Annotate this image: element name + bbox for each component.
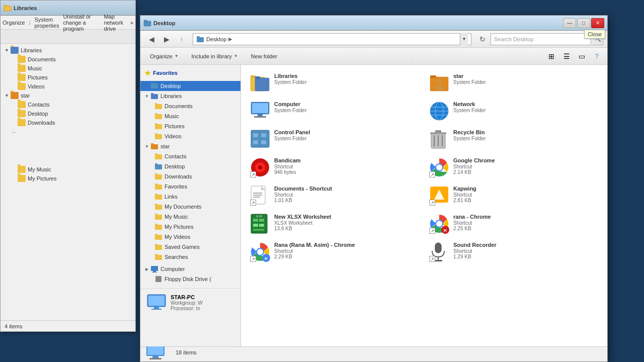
up-button[interactable]: ↑ [175,33,189,46]
nav-contacts[interactable]: Contacts [140,151,240,161]
file-item-star[interactable]: star System Folder [425,70,602,96]
svg-rect-29 [155,194,157,195]
behind-more-btn[interactable]: » [130,20,133,26]
file-item-control-panel[interactable]: Control Panel System Folder [246,126,423,152]
behind-organize-btn[interactable]: Organize [3,20,25,26]
libraries-info: Libraries System Folder [274,73,419,85]
behind-toolbar: Organize | System properties Uninstall o… [1,16,135,30]
view-details-button[interactable]: ☰ [560,50,573,62]
nav-videos[interactable]: Videos [140,131,240,141]
file-item-bandicam[interactable]: ↗ Bandicam Shortcut 946 bytes [246,154,423,180]
include-library-button[interactable]: Include in library ▼ [186,50,244,63]
view-options-button[interactable]: ⊞ [545,50,558,62]
svg-rect-23 [155,163,157,165]
chrome-name: Google Chrome [453,157,598,163]
new-folder-button[interactable]: New folder [246,50,283,63]
behind-tree-videos[interactable]: Videos [1,82,135,91]
nav-pictures[interactable]: Pictures [140,121,240,131]
svg-rect-12 [155,114,162,119]
minimize-button[interactable]: — [563,18,576,28]
rana-chrome-shortcut-arrow: ↗ [429,228,435,234]
close-button[interactable]: ✕ [591,18,604,28]
address-path: Desktop [206,36,226,42]
nav-libraries[interactable]: ▼ Libraries [140,91,240,101]
nav-desktop2[interactable]: Desktop [140,161,240,171]
nav-favorites2[interactable]: Favorites [140,182,240,192]
behind-system-properties-btn[interactable]: System properties [35,17,59,29]
nav-documents[interactable]: Documents [140,101,240,111]
recycle-bin-name: Recycle Bin [453,129,598,135]
file-item-sound-recorder[interactable]: ↗ Sound Recorder Shortcut 1.29 KB [425,239,602,265]
behind-tree-star[interactable]: ▼ star [1,91,135,100]
behind-tree-downloads[interactable]: Downloads [1,118,135,127]
rana-asim-type: Shortcut [274,248,419,254]
svg-rect-27 [155,184,157,185]
behind-tree-libraries[interactable]: ▼ Libraries [1,46,135,55]
behind-tree-desktop2[interactable]: Desktop [1,109,135,118]
behind-uninstall-btn[interactable]: Uninstall or change a program [63,14,100,32]
nav-searches[interactable]: Searches [140,252,240,262]
file-item-recycle-bin[interactable]: Recycle Bin System Folder [425,126,602,152]
nav-desktop[interactable]: Desktop [140,81,240,91]
nav-floppy[interactable]: Floppy Disk Drive ( [140,274,240,284]
maximize-button[interactable]: □ [577,18,590,28]
nav-my-pictures[interactable]: My Pictures [140,222,240,232]
file-item-documents-shortcut[interactable]: ↗ Documents - Shortcut Shortcut 1.01 KB [246,183,423,209]
nav-my-music[interactable]: My Music [140,212,240,222]
pane-toggle-button[interactable]: ▭ [575,50,588,62]
nav-star[interactable]: ▼ star [140,141,240,151]
star-expand-icon: ▼ [144,144,149,149]
svg-rect-30 [155,205,162,210]
nav-downloads[interactable]: Downloads [140,171,240,182]
svg-point-80 [258,165,262,169]
nav-links[interactable]: Links [140,192,240,202]
file-item-libraries[interactable]: Libraries System Folder [246,70,423,96]
nav-desktop2-label: Desktop [165,163,185,169]
doc-shortcut-arrow: ↗ [250,200,256,206]
nav-my-documents[interactable]: My Documents [140,202,240,212]
address-bar[interactable]: Desktop ▶ ▼ [193,33,471,45]
svg-point-83 [436,164,442,170]
svg-rect-42 [151,266,158,271]
behind-tree-music[interactable]: Music [1,64,135,73]
bandicam-size: 946 bytes [274,169,419,175]
file-item-computer[interactable]: Computer System Folder [246,98,423,124]
behind-map-network-btn[interactable]: Map network drive [104,14,126,32]
nav-my-videos[interactable]: My Videos [140,232,240,242]
svg-rect-95 [253,229,264,231]
bandicam-name: Bandicam [274,157,419,163]
behind-tree-documents[interactable]: Documents [1,55,135,64]
forward-button[interactable]: ▶ [159,33,174,46]
file-item-kapwing[interactable]: ↗ Kapwing Shortcut 2.81 KB [425,183,602,209]
refresh-button[interactable]: ↻ [475,33,490,46]
svg-rect-43 [153,271,156,272]
file-item-google-chrome[interactable]: ↗ Google Chrome Shortcut 2.14 KB [425,154,602,180]
file-item-rana-asim[interactable]: R ↗ Rana (Rana M. Asim) - Chrome Shortcu… [246,239,423,265]
computer-text-info: STAR-PC Workgroup: W Processor: In [171,294,203,311]
libraries-expand-icon: ▼ [144,94,149,99]
nav-computer[interactable]: ▶ Computer [140,264,240,274]
svg-rect-85 [253,193,262,194]
nav-music[interactable]: Music [140,111,240,121]
control-panel-type: System Folder [274,136,419,141]
svg-rect-0 [4,6,11,11]
behind-tree-pictures[interactable]: Pictures [1,73,135,82]
favorites-header[interactable]: ★ Favorites [140,67,240,79]
sound-recorder-name: Sound Recorder [453,242,598,248]
favorites-star-icon: ★ [144,69,151,77]
svg-rect-67 [251,130,269,147]
nav-saved-games[interactable]: Saved Games [140,242,240,252]
back-button[interactable]: ◀ [144,33,158,46]
file-item-xlsx[interactable]: XLSX New XLSX Worksheet XLSX Worksheet 1… [246,211,423,237]
svg-rect-4 [197,37,204,42]
file-item-rana-chrome[interactable]: R ↗ rana - Chrome Shortcut 2.25 KB [425,211,602,237]
behind-tree-my-pictures[interactable]: My Pictures [1,174,135,183]
organize-button[interactable]: Organize ▼ [144,50,184,63]
address-dropdown[interactable]: ▼ [460,33,468,45]
file-item-network[interactable]: Network System Folder [425,98,602,124]
behind-tree-my-music[interactable]: My Music [1,165,135,174]
behind-tree-contacts[interactable]: Contacts [1,100,135,109]
help-button[interactable]: ? [590,50,603,62]
search-bar[interactable]: Search Desktop [491,33,591,45]
network-icon [429,101,449,121]
